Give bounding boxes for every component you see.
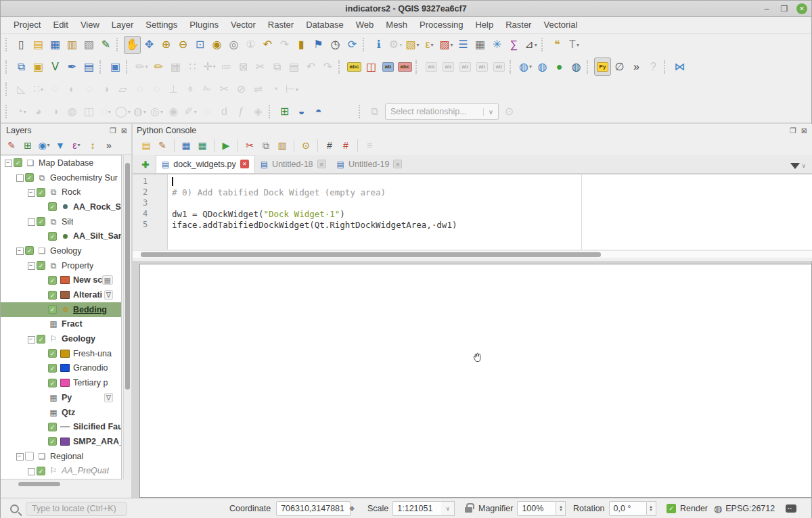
zoom-to-layer-button[interactable]: ◎: [225, 36, 242, 54]
tab-close-icon[interactable]: ✕: [317, 160, 326, 168]
layer-checkbox[interactable]: ✓: [48, 276, 57, 285]
layer-checkbox[interactable]: ✓: [25, 173, 34, 182]
rotation-spinbox[interactable]: 0,0 ° ▲▼: [609, 501, 656, 516]
locator-input[interactable]: Type to locate (Ctrl+K): [26, 502, 127, 516]
layer-checkbox[interactable]: ✓: [25, 246, 34, 255]
copy-text-button[interactable]: ⧉: [258, 137, 274, 154]
layer-checkbox[interactable]: ✓: [48, 379, 57, 387]
export-from-database-button[interactable]: ◓: [310, 103, 327, 121]
layer-tree-horizontal-scrollbar[interactable]: [2, 481, 121, 488]
layer-item-ksata[interactable]: ✓KsATA: [1, 478, 121, 479]
new-print-layout-button[interactable]: ▥: [64, 36, 81, 54]
layer-item-granodio[interactable]: ✓Granodio: [1, 361, 121, 376]
filter-indicator-icon[interactable]: ∇: [104, 290, 113, 300]
qgis-hub-button[interactable]: ●: [551, 57, 568, 76]
layer-item-alterati[interactable]: ✓Alterati∇: [1, 287, 121, 302]
layer-item-smp2-ara[interactable]: ✓SMP2_ARA_: [1, 434, 121, 449]
show-sum-button[interactable]: ∑: [505, 36, 522, 54]
layer-diagram-button[interactable]: ◫: [363, 57, 380, 76]
zoom-in-button[interactable]: ⊕: [158, 36, 175, 54]
magnifier-spinbox[interactable]: 100% ▲▼: [517, 501, 566, 516]
tab-close-icon[interactable]: ✕: [240, 160, 249, 168]
layer-item-qtz[interactable]: ▦Qtz: [1, 405, 121, 420]
messages-button[interactable]: [786, 498, 796, 518]
console-close-icon[interactable]: ⊠: [801, 126, 807, 135]
layer-checkbox[interactable]: ✓: [37, 335, 45, 344]
memory-layer-indicator-icon[interactable]: ▦: [102, 275, 113, 285]
filter-indicator-icon[interactable]: ∇: [104, 393, 113, 402]
new-shapefile-layer-button[interactable]: V: [47, 57, 64, 76]
expander-icon[interactable]: −: [15, 246, 24, 255]
crs-group[interactable]: ◍ EPSG:26712: [714, 498, 775, 518]
chevron-down-icon[interactable]: ∨: [441, 501, 455, 516]
layer-item-aa-rock-sa[interactable]: ✓AA_Rock_Sa: [1, 199, 121, 214]
filter-by-expression-button[interactable]: ε▾: [68, 137, 85, 154]
expander-icon[interactable]: [15, 173, 24, 182]
hide-deselected-layers-button[interactable]: ∅: [611, 57, 628, 76]
tab-untitled-18[interactable]: ▤Untitled-18✕: [255, 155, 332, 173]
console-horizontal-scrollbar[interactable]: [133, 250, 812, 258]
layer-tree-vertical-scrollbar[interactable]: [123, 155, 131, 479]
magnifier-lock-icon[interactable]: [465, 498, 472, 518]
new-virtual-layer-button[interactable]: ▣: [107, 57, 124, 76]
layer-item-geology[interactable]: −✓⚐Geology: [1, 331, 121, 346]
layer-checkbox[interactable]: ✓: [48, 305, 57, 314]
layer-checkbox[interactable]: ✓: [48, 437, 57, 446]
save-project-button[interactable]: ▦: [47, 36, 64, 54]
highlight-pinned-labels-button[interactable]: abc: [397, 57, 413, 76]
layer-checkbox[interactable]: ✓: [37, 261, 45, 270]
layer-search-button[interactable]: ◍: [568, 57, 585, 76]
uncomment-code-button[interactable]: #: [338, 137, 354, 154]
layer-item-map-database[interactable]: −✓❏Map Database: [1, 156, 121, 170]
find-text-button[interactable]: ⊙: [298, 137, 314, 154]
show-layout-manager-button[interactable]: ▧: [81, 36, 97, 54]
new-tab-button[interactable]: ✚: [138, 157, 153, 172]
layer-item-fresh-una[interactable]: ✓Fresh-una: [1, 346, 121, 361]
temporal-controller-button[interactable]: ◷: [327, 36, 344, 54]
measure-button[interactable]: ⊿▾: [522, 36, 539, 54]
layer-item-aa-silt-san[interactable]: ✓AA_Silt_San: [1, 229, 121, 243]
map-canvas[interactable]: [139, 264, 812, 498]
deselect-features-button[interactable]: ▨▾: [438, 36, 455, 54]
tab-untitled-19[interactable]: ▤Untitled-19✕: [332, 155, 408, 173]
spinner-arrows[interactable]: ▲▼: [556, 501, 566, 516]
layer-item-new-scr[interactable]: ✓New scr▦: [1, 273, 121, 288]
expander-icon[interactable]: −: [3, 158, 12, 167]
web-service-search-button[interactable]: ◍: [534, 57, 551, 76]
code-area[interactable]: # 0) Add tabified Dock Widget (empty are…: [168, 174, 812, 250]
layer-item-silcified-fau[interactable]: ✓Silcified Fau: [1, 419, 121, 434]
menu-web[interactable]: Web: [350, 17, 380, 33]
zoom-out-button[interactable]: ⊖: [175, 36, 191, 54]
expand-collapse-all-button[interactable]: ↕: [85, 137, 101, 154]
open-layer-styling-button[interactable]: ✎: [3, 137, 20, 154]
layer-checkbox[interactable]: ✓: [48, 232, 57, 241]
zoom-full-button[interactable]: ⊡: [191, 36, 208, 54]
layer-checkbox[interactable]: ✓: [14, 158, 22, 167]
menu-raster[interactable]: Raster: [499, 17, 537, 33]
statistical-summary-button[interactable]: ▦: [472, 36, 489, 54]
layers-float-icon[interactable]: ❐: [110, 126, 116, 135]
data-source-manager-button[interactable]: ⧉: [13, 57, 30, 76]
open-script-button[interactable]: ▤: [138, 137, 154, 154]
tab-close-icon[interactable]: ✕: [393, 160, 402, 168]
render-checkbox[interactable]: ✓: [667, 504, 676, 513]
layer-checkbox[interactable]: ✓: [48, 349, 57, 358]
layer-item-rock[interactable]: −✓⧉Rock: [1, 185, 121, 199]
expander-icon[interactable]: [26, 217, 35, 226]
expander-icon[interactable]: −: [26, 335, 35, 344]
code-editor[interactable]: 12345 # 0) Add tabified Dock Widget (emp…: [133, 174, 812, 250]
spinner-arrows[interactable]: ▲▼: [647, 501, 656, 516]
extents-icon[interactable]: ⌖: [349, 498, 355, 518]
import-to-database-button[interactable]: ◒: [293, 103, 310, 121]
run-script-button[interactable]: ▶: [218, 137, 234, 154]
layer-checkbox[interactable]: ✓: [37, 217, 45, 226]
add-group-button[interactable]: ⊞: [20, 137, 36, 154]
refresh-map-button[interactable]: ⟳: [344, 36, 361, 54]
scrollbar-thumb[interactable]: [18, 482, 60, 486]
manage-map-themes-button[interactable]: ◉▾: [36, 137, 52, 154]
tab-list-dropdown[interactable]: ∨: [790, 162, 806, 169]
layer-checkbox[interactable]: ✓: [37, 467, 45, 475]
open-project-button[interactable]: ▤: [30, 36, 47, 54]
menu-raster[interactable]: Raster: [262, 17, 300, 33]
menu-processing[interactable]: Processing: [413, 17, 469, 33]
